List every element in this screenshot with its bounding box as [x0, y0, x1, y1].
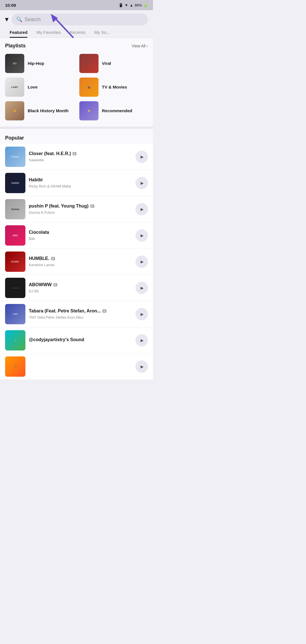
- dropdown-arrow[interactable]: ▾: [5, 16, 8, 23]
- play-icon-habibi: ▶: [141, 181, 144, 185]
- playlist-item-blackhistory[interactable]: ✊ Black History Month: [2, 99, 76, 123]
- play-icon-humble: ▶: [141, 259, 144, 264]
- play-button-last[interactable]: ▶: [135, 360, 148, 373]
- playlists-grid: DO Hip-Hop 🎵 Viral LANY Love 🎬 TV & Movi…: [0, 52, 153, 125]
- track-artist-closer: Saweetie: [29, 158, 44, 162]
- play-button-closer[interactable]: ▶: [135, 151, 148, 163]
- view-all-button[interactable]: View All ›: [132, 44, 148, 48]
- tab-favorites[interactable]: My Favorites: [32, 27, 65, 38]
- track-item-closer[interactable]: Closer Closer (feat. H.E.R.) E Saweetie …: [0, 144, 153, 170]
- playlist-item-recommended[interactable]: ⭐ Recommended: [76, 99, 151, 123]
- tab-mysounds[interactable]: My So...: [90, 27, 114, 38]
- play-button-pushinp[interactable]: ▶: [135, 203, 148, 215]
- playlist-item-hiphop[interactable]: DO Hip-Hop: [2, 52, 76, 75]
- track-title-row-pushinp: pushin P (feat. Young Thug) E: [29, 204, 132, 209]
- play-icon-abowww: ▶: [141, 286, 144, 290]
- play-icon-ciocolata: ▶: [141, 233, 144, 238]
- explicit-badge-tabara: E: [102, 309, 106, 313]
- track-info-closer: Closer (feat. H.E.R.) E Saweetie: [29, 151, 132, 162]
- playlist-thumb-viral: 🎵: [79, 54, 99, 73]
- playlist-name-blackhistory: Black History Month: [28, 108, 69, 114]
- popular-header: Popular: [0, 130, 153, 144]
- playlist-name-recommended: Recommended: [102, 108, 132, 114]
- play-icon-closer: ▶: [141, 155, 144, 159]
- track-artist-habibi: Ricky Rich & ARAM Mafia: [29, 184, 71, 188]
- track-title-row-humble: HUMBLE. E: [29, 256, 132, 261]
- track-item-tabara[interactable]: YNY Tabara (Feat. Petre Stefan, Aron... …: [0, 301, 153, 327]
- playlist-name-tvmovies: TV & Movies: [102, 84, 127, 90]
- track-title-row-ciocolata: Ciocolata: [29, 230, 132, 235]
- track-info-habibi: Habibi Ricky Rich & ARAM Mafia: [29, 177, 132, 189]
- track-thumb-tabara: YNY: [5, 304, 25, 324]
- track-title-pushinp: pushin P (feat. Young Thug): [29, 204, 89, 209]
- play-icon-pushinp: ▶: [141, 207, 144, 211]
- track-item-ciocolata[interactable]: BIBI Ciocolata Bibi ▶: [0, 222, 153, 249]
- track-item-habibi[interactable]: Habibi Habibi Ricky Rich & ARAM Mafia ▶: [0, 170, 153, 196]
- search-row: ▾ 🔍 Search: [5, 14, 148, 25]
- track-info-tabara: Tabara (Feat. Petre Stefan, Aron... E YN…: [29, 308, 132, 320]
- track-info-abowww: ABOWWW E DJ Bit: [29, 282, 132, 294]
- playlist-item-viral[interactable]: 🎵 Viral: [76, 52, 151, 75]
- status-time: 10:09: [5, 3, 16, 8]
- playlist-item-tvmovies[interactable]: 🎬 TV & Movies: [76, 75, 151, 99]
- play-button-habibi[interactable]: ▶: [135, 177, 148, 189]
- track-artist-abowww: DJ Bit: [29, 289, 39, 293]
- play-button-humble[interactable]: ▶: [135, 255, 148, 268]
- playlist-item-love[interactable]: LANY Love: [2, 75, 76, 99]
- popular-title: Popular: [5, 135, 24, 141]
- play-icon-last: ▶: [141, 364, 144, 369]
- explicit-badge-humble: E: [51, 257, 55, 260]
- play-button-tabara[interactable]: ▶: [135, 308, 148, 320]
- play-button-abowww[interactable]: ▶: [135, 282, 148, 294]
- track-title-tabara: Tabara (Feat. Petre Stefan, Aron...: [29, 308, 101, 314]
- explicit-badge-closer: E: [73, 152, 76, 155]
- track-item-last[interactable]: 🎵 ▶: [0, 354, 153, 380]
- search-icon: 🔍: [16, 16, 22, 23]
- track-title-row-habibi: Habibi: [29, 177, 132, 182]
- search-bar[interactable]: 🔍 Search: [12, 14, 148, 25]
- popular-section: Popular Closer Closer (feat. H.E.R.) E S…: [0, 130, 153, 380]
- explicit-badge-abowww: E: [53, 283, 57, 286]
- tab-recents[interactable]: Recents: [65, 27, 90, 38]
- track-item-abowww[interactable]: - - - - - ABOWWW E DJ Bit ▶: [0, 275, 153, 301]
- track-title-abowww: ABOWWW: [29, 282, 52, 287]
- track-artist-ciocolata: Bibi: [29, 237, 35, 241]
- track-thumb-ciocolata: BIBI: [5, 225, 25, 246]
- track-item-pushinp[interactable]: Gunna pushin P (feat. Young Thug) E Gunn…: [0, 196, 153, 222]
- track-thumb-cody: ♫: [5, 330, 25, 350]
- track-artist-pushinp: Gunna & Future: [29, 210, 55, 215]
- tab-featured[interactable]: Featured: [5, 27, 32, 38]
- playlists-title: Playlists: [5, 43, 26, 49]
- playlist-name-hiphop: Hip-Hop: [28, 61, 44, 66]
- track-thumb-pushinp: Gunna: [5, 199, 25, 219]
- playlist-thumb-love: LANY: [5, 78, 24, 97]
- track-info-humble: HUMBLE. E Kendrick Lamar: [29, 256, 132, 267]
- status-icons: 📳 ▼ ▲ 88% 🔋: [119, 3, 148, 7]
- vibrate-icon: 📳: [119, 3, 123, 7]
- track-thumb-habibi: Habibi: [5, 173, 25, 193]
- search-input-placeholder[interactable]: Search: [25, 17, 41, 23]
- play-button-cody[interactable]: ▶: [135, 334, 148, 347]
- track-artist-tabara: YNY Sebi,Petre Stefan,Aron,Niku: [29, 315, 83, 319]
- track-info-cody: @codyjayartistry's Sound: [29, 337, 132, 343]
- track-info-ciocolata: Ciocolata Bibi: [29, 230, 132, 241]
- play-icon-tabara: ▶: [141, 312, 144, 316]
- track-item-cody[interactable]: ♫ @codyjayartistry's Sound ▶: [0, 327, 153, 354]
- track-title-humble: HUMBLE.: [29, 256, 49, 261]
- playlists-header: Playlists View All ›: [0, 38, 153, 52]
- playlist-thumb-hiphop: DO: [5, 54, 24, 73]
- play-button-ciocolata[interactable]: ▶: [135, 229, 148, 242]
- playlist-name-viral: Viral: [102, 61, 111, 66]
- track-item-humble[interactable]: DAMN. HUMBLE. E Kendrick Lamar ▶: [0, 249, 153, 275]
- status-bar: 10:09 📳 ▼ ▲ 88% 🔋: [0, 0, 153, 10]
- signal-icon: ▲: [130, 3, 133, 7]
- track-title-row-closer: Closer (feat. H.E.R.) E: [29, 151, 132, 156]
- track-thumb-abowww: - - - - -: [5, 278, 25, 298]
- playlist-thumb-tvmovies: 🎬: [79, 78, 99, 97]
- track-thumb-humble: DAMN.: [5, 252, 25, 272]
- playlist-thumb-blackhistory: ✊: [5, 101, 24, 120]
- track-title-row-cody: @codyjayartistry's Sound: [29, 337, 132, 342]
- track-info-pushinp: pushin P (feat. Young Thug) E Gunna & Fu…: [29, 204, 132, 215]
- track-title-habibi: Habibi: [29, 177, 43, 182]
- tabs-bar: Featured My Favorites Recents My So...: [0, 27, 153, 38]
